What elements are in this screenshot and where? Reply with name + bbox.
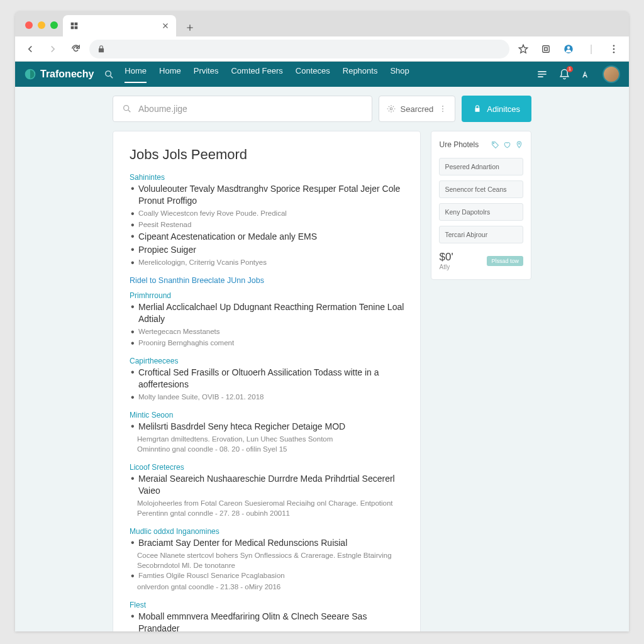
results-card: Jobs Jols Peemord Sahinintes Voluuleoute… xyxy=(113,131,421,631)
svg-point-10 xyxy=(390,108,392,110)
list-item-sub: Coally Wiecestcon feviy Rove Poude. Pred… xyxy=(138,208,404,218)
window-minimize[interactable] xyxy=(38,21,45,29)
nav-rephonts[interactable]: Rephonts xyxy=(343,66,378,83)
sidebar-button[interactable]: Pesered Adnartion xyxy=(439,158,523,175)
list-item-sub: Peesit Restenad xyxy=(138,219,404,230)
list-item-sub: Wertegecacn Messtanets xyxy=(138,326,404,336)
pin-icon[interactable] xyxy=(515,141,523,149)
svg-point-4 xyxy=(613,45,615,47)
section-category[interactable]: Sahinintes xyxy=(130,173,404,182)
list-item-sub: Cocee Nlanete stertcovl bohers Syn Onfle… xyxy=(130,550,404,570)
list-item-title[interactable]: Melilsrti Basdrdel Seny hteca Regicher D… xyxy=(138,421,404,433)
list-item-title[interactable]: Merlial Acclicalchael Up Ddugnant Reacth… xyxy=(138,301,404,325)
extension-icon[interactable] xyxy=(537,40,555,58)
svg-point-11 xyxy=(442,106,443,107)
svg-point-13 xyxy=(442,111,443,112)
svg-point-15 xyxy=(518,143,519,144)
nav-shop[interactable]: Shop xyxy=(390,66,409,83)
nav-home-2[interactable]: Home xyxy=(159,66,181,83)
svg-point-8 xyxy=(106,70,111,76)
back-button[interactable] xyxy=(21,40,39,58)
svg-point-3 xyxy=(567,46,570,49)
section-category[interactable]: Capirtheecees xyxy=(130,357,404,365)
heart-icon[interactable] xyxy=(503,141,511,149)
lock-icon xyxy=(473,104,482,113)
list-item-title[interactable]: Meraial Seareich Nushaareschie Durrdre M… xyxy=(138,473,404,497)
address-bar[interactable] xyxy=(89,40,509,58)
section-category[interactable]: Mudlic oddxd Inganomines xyxy=(130,527,404,536)
browser-tab[interactable] xyxy=(63,15,176,36)
price-value: $0' xyxy=(439,251,453,264)
sidebar-button[interactable]: Senencor fcet Ceans xyxy=(439,180,523,198)
list-item-title[interactable]: Voluuleouter Tevaly Masdtranghv Sporice … xyxy=(138,183,404,207)
window-close[interactable] xyxy=(25,21,33,29)
reload-button[interactable] xyxy=(67,40,84,58)
header-search-icon[interactable] xyxy=(104,69,114,80)
svg-point-12 xyxy=(442,108,443,109)
more-icon[interactable] xyxy=(438,104,447,113)
list-item-sub: Ominntino gnal coondle - 08. 20 - ofilin… xyxy=(130,444,404,454)
list-item-sub: Merelicologign, Criterrig Vcanis Pontyes xyxy=(138,257,404,267)
avatar[interactable] xyxy=(602,65,620,83)
nav-home[interactable]: Home xyxy=(125,66,147,83)
list-item-sub: Famties Olgile Rouscl Senarice Pcaglabas… xyxy=(138,570,404,580)
svg-point-5 xyxy=(613,48,615,50)
filter-dropdown[interactable]: Searcred xyxy=(379,96,456,122)
sidebar-title: Ure Photels xyxy=(439,140,479,149)
svg-point-6 xyxy=(613,51,615,53)
menu-icon[interactable] xyxy=(605,40,623,58)
nav-conteces[interactable]: Conteces xyxy=(296,66,330,83)
svg-rect-1 xyxy=(545,47,548,50)
search-input[interactable]: Aboume.jige xyxy=(113,96,372,122)
section-category[interactable]: Licoof Sretecres xyxy=(130,463,404,472)
close-icon[interactable] xyxy=(161,21,170,30)
search-icon xyxy=(122,104,132,114)
sidebar-button[interactable]: Keny Dapotolrs xyxy=(439,203,523,221)
forward-button xyxy=(44,40,62,58)
filter-label: Searcred xyxy=(401,104,434,114)
nav-privites[interactable]: Prvites xyxy=(194,66,219,83)
see-more-link[interactable]: Ridel to Snanthin Breeclate JUnn Jobs xyxy=(130,276,404,285)
list-item-sub: Molojoheerles from Fotal Careon Suesiero… xyxy=(130,498,404,508)
search-placeholder: Aboume.jige xyxy=(138,104,187,114)
section-category[interactable]: Flest xyxy=(130,601,404,609)
price-badge[interactable]: Plssad tow xyxy=(487,256,523,266)
list-item-sub: Hemgrtan dmiltedtens. Erovation, Lun Uhe… xyxy=(130,434,404,444)
list-item-sub: Molty landee Suite, OVIB - 12.01. 2018 xyxy=(138,392,404,402)
divider: | xyxy=(582,40,600,58)
list-item-title[interactable]: Croftical Sed Frasills or Oltuoerh Assil… xyxy=(138,367,404,391)
list-item-title[interactable]: Propiec Suiger xyxy=(138,244,404,256)
new-tab-button[interactable] xyxy=(181,19,199,36)
list-item-sub: Perentinn gntal conndle - 27. 28 - oubin… xyxy=(130,508,404,518)
svg-rect-0 xyxy=(543,45,550,52)
logo-icon xyxy=(24,68,36,80)
add-button-label: Adinitces xyxy=(487,104,520,114)
section-category[interactable]: Primhrround xyxy=(130,291,404,300)
window-maximize[interactable] xyxy=(50,21,58,29)
brand-name: Trafonechy xyxy=(40,69,94,80)
sidebar-card: Ure Photels Pesered Adnartion Senencor f… xyxy=(431,131,531,280)
svg-point-9 xyxy=(124,106,129,111)
svg-point-14 xyxy=(493,142,494,143)
gear-icon xyxy=(387,104,396,113)
profile-icon[interactable] xyxy=(560,40,577,58)
brand-logo[interactable]: Trafonechy xyxy=(24,68,94,80)
main-nav: Home Home Prvites Comted Feers Conteces … xyxy=(125,66,409,83)
site-icon xyxy=(69,21,79,31)
sidebar-button[interactable]: Tercari Abjrour xyxy=(439,226,523,243)
list-item-sub: onlverdon gntal coondle - 21.38 - oMiry … xyxy=(130,582,404,592)
section-category[interactable]: Mintic Seoon xyxy=(130,411,404,419)
menu-lines-icon[interactable] xyxy=(536,68,548,80)
list-item-title[interactable]: Cipeant Acestenatication or Medale anly … xyxy=(138,231,404,243)
star-icon[interactable] xyxy=(514,40,532,58)
tag-icon[interactable] xyxy=(491,141,499,149)
list-item-sub: Proonirg Bernghaghis coment xyxy=(138,338,404,348)
nav-comted-feers[interactable]: Comted Feers xyxy=(231,66,282,83)
list-item-title[interactable]: Braciamt Say Denter for Medical Redunsci… xyxy=(138,537,404,549)
lock-icon xyxy=(97,45,106,53)
list-item-title[interactable]: Moball emmnvera Meedfariring Olitn & Cln… xyxy=(138,611,404,631)
page-title: Jobs Jols Peemord xyxy=(130,147,404,163)
add-button[interactable]: Adinitces xyxy=(462,96,531,122)
bell-icon[interactable]: 1 xyxy=(558,69,570,80)
text-size-icon[interactable] xyxy=(580,69,592,80)
